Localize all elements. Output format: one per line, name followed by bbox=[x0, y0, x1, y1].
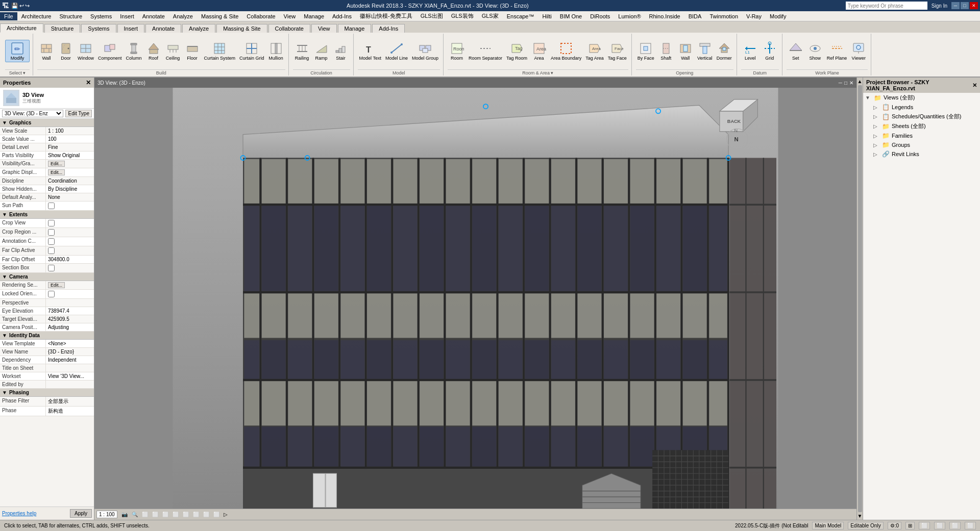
pb-schedules[interactable]: ▷ 📋 Schedules/Quantities (全部) bbox=[863, 112, 980, 121]
properties-help-link[interactable]: Properties help bbox=[2, 511, 36, 516]
component-btn[interactable]: Component bbox=[96, 40, 124, 62]
viewport-close-btn[interactable]: ✕ bbox=[849, 80, 853, 86]
scrollbar-thumb[interactable] bbox=[858, 85, 862, 512]
maximize-btn[interactable]: □ bbox=[961, 2, 969, 9]
ref-plane-btn[interactable]: Ref Plane bbox=[825, 40, 849, 62]
viewport-minimize-btn[interactable]: ─ bbox=[839, 80, 842, 86]
status-icon-1[interactable]: ⬜ bbox=[919, 522, 930, 529]
view-scale-value[interactable]: 1 : 100 bbox=[46, 127, 94, 135]
menu-gls-export[interactable]: GLS出图 bbox=[416, 11, 447, 21]
eye-elevation-value[interactable]: 738947.4 bbox=[46, 307, 94, 315]
mullion-btn[interactable]: Mullion bbox=[267, 40, 285, 62]
default-analysis-value[interactable]: None bbox=[46, 193, 94, 201]
model-mode-display[interactable]: Main Model bbox=[812, 522, 844, 529]
scrollbar-down-btn[interactable]: ▼ bbox=[857, 513, 863, 519]
pb-views[interactable]: ▼ 📁 Views (全部) bbox=[863, 93, 980, 103]
tab-collaborate[interactable]: Collaborate bbox=[268, 24, 310, 33]
tag-face-btn[interactable]: Face Tag Face bbox=[606, 40, 628, 62]
menu-file[interactable]: File bbox=[0, 12, 17, 20]
show-hidden-value[interactable]: By Discipline bbox=[46, 185, 94, 193]
dormer-btn[interactable]: Dormer bbox=[715, 40, 733, 62]
sign-in-btn[interactable]: Sign In bbox=[932, 3, 947, 9]
keyword-search-input[interactable] bbox=[846, 2, 927, 10]
menu-bida[interactable]: BIDA bbox=[684, 12, 706, 20]
ramp-btn[interactable]: Ramp bbox=[312, 40, 331, 62]
railing-btn[interactable]: Railing bbox=[293, 40, 311, 62]
tab-systems[interactable]: Systems bbox=[81, 24, 116, 33]
menu-gls-home[interactable]: GLS家 bbox=[478, 11, 503, 21]
view-template-value[interactable]: <None> bbox=[46, 340, 94, 347]
wall-btn[interactable]: Wall bbox=[37, 40, 56, 62]
window-btn[interactable]: Window bbox=[76, 40, 95, 62]
menu-collaborate[interactable]: Collaborate bbox=[242, 12, 279, 20]
tag-room-btn[interactable]: Tag Tag Room bbox=[505, 40, 529, 62]
tab-view[interactable]: View bbox=[311, 24, 337, 33]
section-camera[interactable]: ▼ Camera bbox=[0, 273, 94, 281]
model-line-btn[interactable]: Model Line bbox=[384, 40, 409, 62]
save-icon[interactable]: 💾 bbox=[11, 3, 18, 9]
area-btn[interactable]: Area Area bbox=[530, 40, 548, 62]
menu-insert[interactable]: Insert bbox=[116, 12, 138, 20]
viewport-toolbar-icon-10[interactable]: ⬜ bbox=[213, 512, 219, 517]
model-group-btn[interactable]: Model Group bbox=[410, 40, 440, 62]
viewer-btn[interactable]: Viewer bbox=[849, 40, 868, 62]
edited-by-value[interactable] bbox=[46, 381, 94, 388]
menu-architecture[interactable]: Architecture bbox=[17, 12, 56, 20]
tab-architecture[interactable]: Architecture bbox=[0, 23, 43, 33]
sun-path-checkbox[interactable] bbox=[48, 203, 55, 209]
door-btn[interactable]: Door bbox=[57, 40, 75, 62]
scale-value-value[interactable]: 100 bbox=[46, 135, 94, 143]
menu-lumion[interactable]: Lumion® bbox=[614, 12, 645, 20]
ceiling-btn[interactable]: Ceiling bbox=[164, 40, 182, 62]
tag-area-btn[interactable]: Area Tag Area bbox=[584, 40, 605, 62]
menu-manage[interactable]: Manage bbox=[300, 12, 328, 20]
section-extents[interactable]: ▼ Extents bbox=[0, 211, 94, 219]
section-identity[interactable]: ▼ Identity Data bbox=[0, 332, 94, 340]
area-boundary-btn[interactable]: Area Boundary bbox=[549, 40, 583, 62]
title-on-sheet-value[interactable] bbox=[46, 364, 94, 372]
tab-addins[interactable]: Add-Ins bbox=[372, 24, 405, 33]
section-graphics[interactable]: ▼ Graphics bbox=[0, 119, 94, 127]
room-btn[interactable]: Room Room bbox=[448, 40, 466, 62]
visibility-edit-btn[interactable]: Edit... bbox=[48, 161, 65, 167]
rendering-edit-btn[interactable]: Edit... bbox=[48, 282, 65, 288]
section-phasing[interactable]: ▼ Phasing bbox=[0, 389, 94, 397]
pb-groups[interactable]: ▷ 📁 Groups bbox=[863, 140, 980, 149]
menu-systems[interactable]: Systems bbox=[86, 12, 116, 20]
menu-view[interactable]: View bbox=[280, 12, 300, 20]
by-face-btn[interactable]: By Face bbox=[636, 40, 656, 62]
pb-families[interactable]: ▷ 📁 Families bbox=[863, 131, 980, 140]
undo-icon[interactable]: ↩ bbox=[19, 3, 24, 9]
status-icon-4[interactable]: ⬜ bbox=[965, 522, 976, 529]
menu-twinmotion[interactable]: Twinmotion bbox=[705, 12, 742, 20]
room-separator-btn[interactable]: Room Separator bbox=[467, 40, 504, 62]
menu-structure[interactable]: Structure bbox=[55, 12, 86, 20]
apply-btn[interactable]: Apply bbox=[70, 509, 92, 518]
viewport-maximize-btn[interactable]: □ bbox=[844, 80, 847, 86]
menu-diroots[interactable]: DiRoots bbox=[586, 12, 614, 20]
tab-massing[interactable]: Massing & Site bbox=[216, 24, 267, 33]
tab-structure[interactable]: Structure bbox=[44, 24, 81, 33]
tab-insert[interactable]: Insert bbox=[117, 24, 145, 33]
viewport-toolbar-icon-6[interactable]: ⬜ bbox=[173, 512, 179, 517]
tab-annotate[interactable]: Annotate bbox=[145, 24, 181, 33]
type-selector-dropdown[interactable]: 3D View: (3D - Enz bbox=[2, 110, 63, 117]
sync-btn[interactable]: ⊞ bbox=[905, 522, 915, 529]
detail-level-value[interactable]: Fine bbox=[46, 143, 94, 151]
redo-icon[interactable]: ↪ bbox=[25, 3, 30, 9]
locked-orientation-checkbox[interactable] bbox=[48, 291, 55, 297]
phase-value[interactable]: 新构造 bbox=[46, 407, 94, 416]
section-box-checkbox[interactable] bbox=[48, 265, 55, 271]
viewport-toolbar-icon-11[interactable]: ▷ bbox=[224, 512, 228, 517]
dependency-value[interactable]: Independent bbox=[46, 356, 94, 364]
close-btn[interactable]: ✕ bbox=[970, 2, 978, 9]
floor-btn[interactable]: Floor bbox=[183, 40, 202, 62]
viewport-toolbar-icon-4[interactable]: ⬜ bbox=[152, 512, 158, 517]
menu-massing[interactable]: Massing & Site bbox=[197, 12, 242, 20]
viewport-toolbar-icon-2[interactable]: 🔍 bbox=[132, 512, 138, 517]
menu-gls-decor[interactable]: GLS装饰 bbox=[447, 11, 478, 21]
roof-btn[interactable]: Roof bbox=[144, 40, 163, 62]
quick-access-toolbar[interactable]: 💾 ↩ ↪ bbox=[11, 3, 30, 9]
pb-revit-links[interactable]: ▷ 🔗 Revit Links bbox=[863, 149, 980, 159]
menu-rhino[interactable]: Rhino.Inside bbox=[645, 12, 684, 20]
